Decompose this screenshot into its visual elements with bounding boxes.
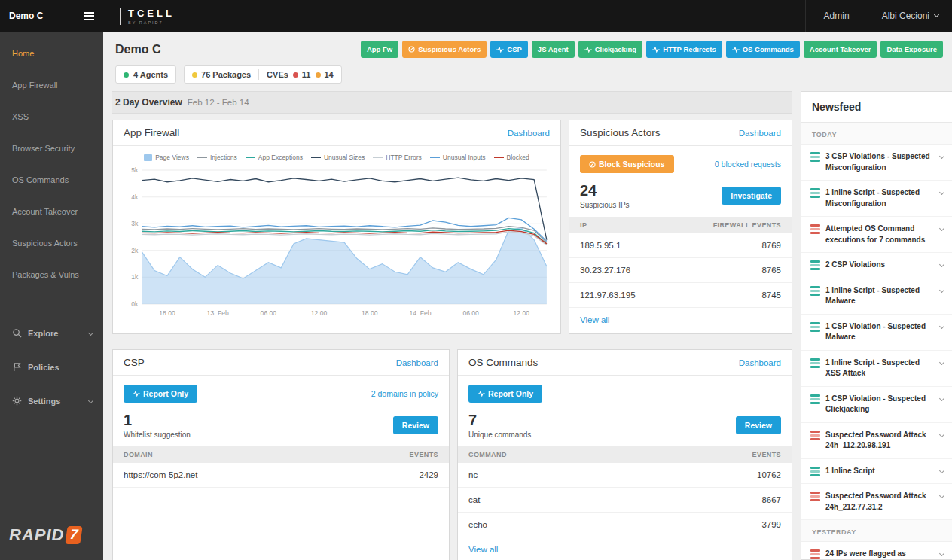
user-menu[interactable]: Albi Cecioni xyxy=(868,0,952,32)
dashboard-link[interactable]: Dashboard xyxy=(508,129,550,138)
account-takeover-button[interactable]: Account Takeover xyxy=(804,41,877,58)
gear-icon xyxy=(12,396,22,406)
sidebar-item-app-firewall[interactable]: App Firewall xyxy=(0,69,103,101)
chevron-down-icon[interactable] xyxy=(939,323,944,328)
chevron-down-icon[interactable] xyxy=(939,431,944,437)
sidebar-item-packages-vulns[interactable]: Packages & Vulns xyxy=(0,259,103,291)
yellow-dot-icon xyxy=(192,72,197,78)
agents-chip[interactable]: 4 Agents xyxy=(115,65,176,84)
chevron-down-icon[interactable] xyxy=(939,287,944,292)
tcell-logo: TCELL BY RAPID7 xyxy=(120,8,175,25)
sidebar-item-policies[interactable]: Policies xyxy=(0,350,103,384)
csp-card: CSP Dashboard Report Only 2 domains in p… xyxy=(112,349,450,560)
legend-item-app-exceptions[interactable]: App Exceptions xyxy=(246,154,303,161)
admin-link[interactable]: Admin xyxy=(805,0,868,32)
sidebar-item-home[interactable]: Home xyxy=(0,38,103,69)
app-firewall-chart: 0k1k2k3k4k5k18:0013. Feb06:0012:0018:001… xyxy=(113,161,560,324)
svg-text:12:00: 12:00 xyxy=(514,309,530,317)
domains-in-policy-link[interactable]: 2 domains in policy xyxy=(371,389,438,398)
table-row[interactable]: 121.97.63.1958745 xyxy=(569,283,792,308)
svg-text:5k: 5k xyxy=(131,166,139,174)
newsfeed-item[interactable]: Suspected Password Attack 24h_212.77.31.… xyxy=(801,484,952,520)
chevron-down-icon[interactable] xyxy=(939,551,944,556)
chevron-down-icon[interactable] xyxy=(939,493,944,498)
data-exposure-button[interactable]: Data Exposure xyxy=(880,41,943,58)
metric-label: Suspicious IPs xyxy=(580,201,630,209)
block-suspicious-button[interactable]: Block Suspicious xyxy=(580,155,674,173)
legend-item-http-errors[interactable]: HTTP Errors xyxy=(373,154,422,161)
rapid7-logo: RAPID7 xyxy=(0,515,103,560)
suspicious-actors-button[interactable]: Suspicious Actors xyxy=(402,41,487,58)
os-commands-button[interactable]: OS Commands xyxy=(726,41,800,58)
svg-text:14. Feb: 14. Feb xyxy=(409,309,431,317)
menu-icon[interactable] xyxy=(84,10,94,22)
chevron-down-icon[interactable] xyxy=(939,190,944,195)
table-row[interactable]: https://com-5p2.net2429 xyxy=(113,463,449,488)
report-only-button[interactable]: Report Only xyxy=(124,385,197,403)
cve-critical-count: 11 xyxy=(302,70,311,79)
newsfeed-item[interactable]: 1 Inline Script - Suspected Malware xyxy=(801,278,952,315)
view-all-link[interactable]: View all xyxy=(569,308,792,332)
table-row[interactable]: echo3799 xyxy=(458,513,792,537)
legend-item-blocked[interactable]: Blocked xyxy=(494,154,529,161)
report-only-button[interactable]: Report Only xyxy=(468,385,542,403)
table-row[interactable]: cat8667 xyxy=(458,488,792,513)
newsfeed-item[interactable]: 1 Inline Script xyxy=(801,459,952,485)
event-icon xyxy=(810,431,820,440)
legend-item-unusual-sizes[interactable]: Unusual Sizes xyxy=(311,154,365,161)
svg-text:06:00: 06:00 xyxy=(261,309,277,317)
app-firewall-card: App Firewall Dashboard Page ViewsInjecti… xyxy=(112,120,561,334)
chevron-down-icon[interactable] xyxy=(939,226,944,231)
blocked-requests-link[interactable]: 0 blocked requests xyxy=(715,160,781,169)
sidebar-item-settings[interactable]: Settings xyxy=(0,384,103,418)
sidebar-item-explore[interactable]: Explore xyxy=(0,316,103,350)
http-redirects-button[interactable]: HTTP Redirects xyxy=(646,41,722,58)
event-icon xyxy=(810,188,820,198)
topbar: Demo C TCELL BY RAPID7 Admin Albi Cecion… xyxy=(0,0,952,32)
status-chips: 4 Agents 76 Packages CVEs 11 14 xyxy=(103,64,952,91)
chevron-down-icon[interactable] xyxy=(939,395,944,400)
review-button[interactable]: Review xyxy=(393,416,438,434)
dashboard-link[interactable]: Dashboard xyxy=(739,129,781,138)
view-all-link[interactable]: View all xyxy=(458,537,792,560)
chevron-down-icon[interactable] xyxy=(939,154,944,159)
newsfeed-item[interactable]: 2 CSP Violations xyxy=(801,253,952,278)
sidebar-item-browser-security[interactable]: Browser Security xyxy=(0,132,103,164)
overview-date-range: Feb 12 - Feb 14 xyxy=(188,98,249,107)
legend-item-page-views[interactable]: Page Views xyxy=(144,154,189,161)
legend-item-injections[interactable]: Injections xyxy=(197,154,237,161)
dashboard-link[interactable]: Dashboard xyxy=(396,358,438,367)
sidebar-item-account-takeover[interactable]: Account Takeover xyxy=(0,196,103,227)
app-fw-button[interactable]: App Fw xyxy=(361,41,398,58)
chevron-down-icon[interactable] xyxy=(939,359,944,364)
newsfeed-item[interactable]: 3 CSP Violations - Suspected Misconfigur… xyxy=(801,145,952,181)
newsfeed-item[interactable]: Attempted OS Command executions for 7 co… xyxy=(801,217,952,253)
svg-text:3k: 3k xyxy=(131,220,139,227)
sidebar-item-os-commands[interactable]: OS Commands xyxy=(0,164,103,196)
chevron-down-icon[interactable] xyxy=(939,262,944,267)
metric-label: Unique commands xyxy=(468,431,531,439)
packages-cves-chip[interactable]: 76 Packages CVEs 11 14 xyxy=(184,65,342,84)
newsfeed-item[interactable]: 24 IPs were flagged as suspicious xyxy=(801,542,952,559)
table-row[interactable]: 30.23.27.1768765 xyxy=(569,258,792,283)
clickjacking-button[interactable]: Clickjacking xyxy=(578,41,642,58)
csp-button[interactable]: CSP xyxy=(490,41,528,58)
investigate-button[interactable]: Investigate xyxy=(722,187,781,205)
newsfeed-item[interactable]: 1 CSP Violation - Suspected Clickjacking xyxy=(801,387,952,423)
table-row[interactable]: nc10762 xyxy=(458,463,792,488)
legend-item-unusual-inputs[interactable]: Unusual Inputs xyxy=(430,154,486,161)
sidebar-item-suspicious-actors[interactable]: Suspicious Actors xyxy=(0,227,103,259)
newsfeed-item[interactable]: 1 CSP Violation - Suspected Malware xyxy=(801,315,952,351)
newsfeed-item[interactable]: 1 Inline Script - Suspected XSS Attack xyxy=(801,351,952,387)
chevron-down-icon[interactable] xyxy=(939,467,944,473)
sidebar-item-xss[interactable]: XSS xyxy=(0,101,103,132)
newsfeed-item[interactable]: 1 Inline Script - Suspected Misconfigura… xyxy=(801,181,952,217)
js-agent-button[interactable]: JS Agent xyxy=(532,41,575,58)
newsfeed-item[interactable]: Suspected Password Attack 24h_112.20.98.… xyxy=(801,423,952,459)
card-title: App Firewall xyxy=(124,127,179,138)
page-title: Demo C xyxy=(115,43,160,56)
newsfeed-section-label: TODAY xyxy=(801,123,952,145)
table-row[interactable]: 189.5.95.18769 xyxy=(569,233,792,258)
review-button[interactable]: Review xyxy=(736,416,781,434)
dashboard-link[interactable]: Dashboard xyxy=(739,358,781,367)
